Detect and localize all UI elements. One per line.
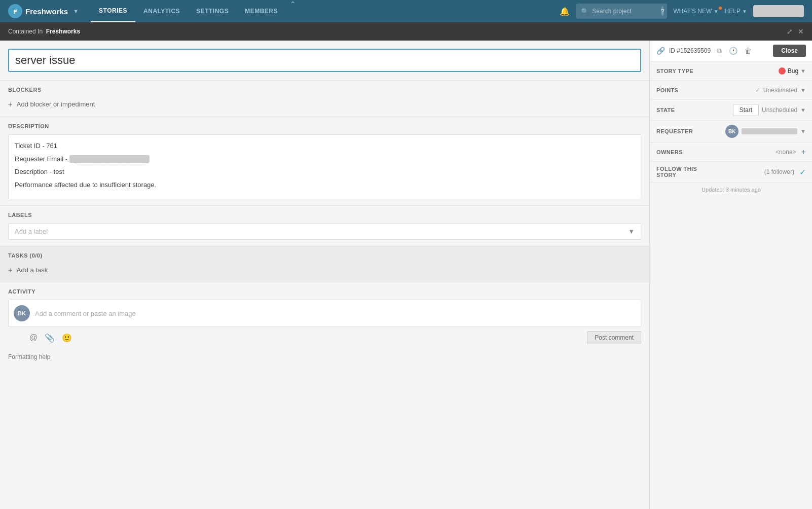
story-title-input[interactable] — [8, 49, 641, 72]
close-breadcrumb-icon[interactable]: ✕ — [798, 27, 804, 35]
bug-icon — [779, 67, 786, 75]
logo-icon — [8, 4, 22, 18]
story-type-label: STORY TYPE — [656, 68, 707, 74]
app-logo[interactable]: Freshworks ▼ — [8, 4, 79, 18]
desc-line-4: Performance affected due to insufficient… — [15, 180, 635, 190]
owners-value: <none> + — [707, 148, 806, 157]
desc-line-3: Description - test — [15, 167, 635, 177]
follow-story-row: FOLLOW THIS STORY (1 follower) ✓ — [650, 162, 812, 183]
user-avatar[interactable] — [753, 5, 804, 17]
requester-dropdown-arrow[interactable]: ▼ — [800, 128, 806, 134]
search-bar: 🔍 ? — [576, 4, 667, 19]
points-display[interactable]: Unestimated — [763, 87, 797, 94]
story-id: STORY TYPE ID #152635509 — [669, 47, 711, 54]
story-detail-left-panel: BLOCKERS + Add blocker or impediment DES… — [0, 41, 650, 509]
state-dropdown-arrow[interactable]: ▼ — [800, 107, 806, 113]
add-owner-button[interactable]: + — [801, 148, 806, 157]
story-type-row: STORY TYPE Bug ▼ — [650, 61, 812, 81]
follower-count: (1 follower) — [764, 168, 794, 175]
search-input[interactable] — [592, 8, 658, 15]
story-type-badge[interactable]: Bug ▼ — [779, 67, 806, 75]
points-label: POINTS — [656, 87, 707, 93]
follow-check-icon[interactable]: ✓ — [799, 167, 806, 177]
notification-bell-icon[interactable]: 🔔 — [560, 7, 570, 16]
story-title-section — [0, 41, 649, 80]
story-action-icons: ⧉ 🕐 🗑 — [715, 46, 754, 56]
label-dropdown[interactable]: Add a label ▼ — [8, 223, 641, 240]
labels-label: LABELS — [8, 212, 641, 218]
plus-icon: + — [8, 100, 13, 108]
history-icon[interactable]: 🕐 — [727, 46, 740, 56]
owners-label: OWNERS — [656, 149, 707, 155]
requester-label: REQUESTER — [656, 128, 707, 134]
state-unscheduled[interactable]: Unscheduled — [762, 106, 797, 114]
formatting-help-link[interactable]: Formatting help — [0, 350, 649, 363]
main-layout: BLOCKERS + Add blocker or impediment DES… — [0, 41, 812, 509]
owners-none: <none> — [776, 149, 796, 156]
close-button[interactable]: Close — [773, 45, 806, 57]
points-dropdown-arrow[interactable]: ▼ — [800, 87, 806, 93]
activity-toolbar: @ 📎 🙂 Post comment — [8, 327, 641, 344]
state-row: STATE Start Unscheduled ▼ — [650, 100, 812, 121]
desc-line-2: Requester Email - a████████████████ — [15, 154, 635, 164]
tab-stories[interactable]: STORIES — [91, 0, 135, 22]
story-type-value: Bug ▼ — [707, 67, 806, 75]
post-comment-button[interactable]: Post comment — [587, 331, 641, 344]
requester-row: REQUESTER BK ▼ — [650, 121, 812, 142]
story-detail-header: 🔗 STORY TYPE ID #152635509 ⧉ 🕐 🗑 Close — [650, 41, 812, 61]
link-icon[interactable]: 🔗 — [656, 47, 665, 55]
activity-composer: BK Add a comment or paste an image — [8, 300, 641, 327]
activity-section: ACTIVITY BK Add a comment or paste an im… — [0, 282, 649, 350]
check-icon: ✓ — [755, 87, 760, 94]
description-label: DESCRIPTION — [8, 123, 641, 129]
emoji-icon[interactable]: 🙂 — [62, 333, 72, 343]
trash-icon[interactable]: 🗑 — [743, 46, 754, 56]
mention-icon[interactable]: @ — [29, 333, 38, 342]
nav-logo-arrow: ▼ — [73, 8, 79, 14]
nav-collapse-button[interactable]: ⌃ — [286, 0, 300, 22]
owners-row: OWNERS <none> + — [650, 142, 812, 162]
help-button[interactable]: HELP ▼ — [725, 8, 747, 15]
expand-icon[interactable]: ⤢ — [787, 27, 793, 35]
points-row: POINTS ✓ Unestimated ▼ — [650, 81, 812, 100]
search-icon: 🔍 — [581, 8, 589, 15]
state-start-button[interactable]: Start — [733, 104, 759, 116]
requester-value: BK ▼ — [707, 125, 806, 138]
labels-section: LABELS Add a label ▼ — [0, 205, 649, 246]
search-help-icon[interactable]: ? — [661, 6, 664, 16]
story-type-dropdown-arrow[interactable]: ▼ — [800, 68, 806, 74]
chevron-down-icon: ▼ — [628, 228, 635, 235]
updated-timestamp: Updated: 3 minutes ago — [650, 183, 812, 197]
nav-right-section: 🔔 🔍 ? WHAT'S NEW ▼ HELP ▼ — [560, 4, 804, 19]
tasks-section: TASKS (0/0) + Add a task — [0, 246, 649, 282]
state-value: Start Unscheduled ▼ — [707, 104, 806, 116]
description-box[interactable]: Ticket ID - 761 Requester Email - a█████… — [8, 134, 641, 199]
tab-settings[interactable]: SETTINGS — [188, 0, 237, 22]
main-nav-tabs: STORIES ANALYTICS SETTINGS MEMBERS ⌃ — [91, 0, 560, 22]
add-blocker-button[interactable]: + Add blocker or impediment — [8, 98, 641, 111]
app-name: Freshworks — [25, 7, 68, 16]
whats-new-button[interactable]: WHAT'S NEW ▼ — [673, 8, 718, 15]
tasks-label: TASKS (0/0) — [8, 252, 641, 259]
description-section: DESCRIPTION Ticket ID - 761 Requester Em… — [0, 117, 649, 205]
activity-user-avatar: BK — [14, 305, 30, 321]
breadcrumb-project: Freshworks — [46, 28, 80, 35]
activity-placeholder[interactable]: Add a comment or paste an image — [35, 310, 636, 317]
breadcrumb-actions: ⤢ ✕ — [787, 27, 804, 35]
plus-icon: + — [8, 266, 13, 274]
tab-members[interactable]: MEMBERS — [237, 0, 286, 22]
breadcrumb-bar: Contained In Freshworks ⤢ ✕ — [0, 22, 812, 41]
requester-name — [742, 128, 797, 134]
points-value: ✓ Unestimated ▼ — [707, 87, 806, 94]
desc-line-1: Ticket ID - 761 — [15, 141, 635, 151]
blockers-label: BLOCKERS — [8, 87, 641, 93]
tab-analytics[interactable]: ANALYTICS — [135, 0, 188, 22]
requester-avatar: BK — [725, 125, 739, 138]
copy-icon[interactable]: ⧉ — [715, 46, 724, 56]
add-task-button[interactable]: + Add a task — [8, 264, 641, 276]
state-label: STATE — [656, 107, 707, 113]
top-navigation: Freshworks ▼ STORIES ANALYTICS SETTINGS … — [0, 0, 812, 22]
attachment-icon[interactable]: 📎 — [45, 333, 55, 343]
blockers-section: BLOCKERS + Add blocker or impediment — [0, 80, 649, 117]
breadcrumb: Contained In Freshworks — [8, 28, 80, 35]
